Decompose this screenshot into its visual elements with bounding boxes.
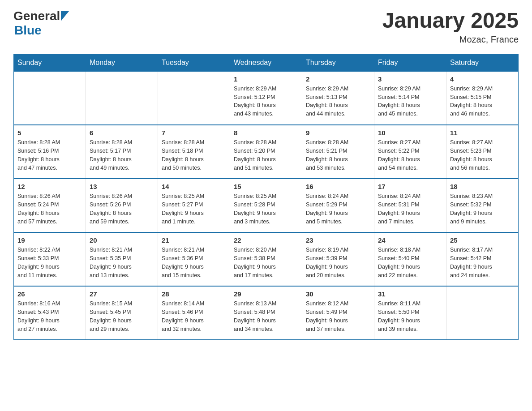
calendar-cell: 21Sunrise: 8:21 AMSunset: 5:36 PMDayligh… xyxy=(158,232,230,286)
calendar-cell: 8Sunrise: 8:28 AMSunset: 5:20 PMDaylight… xyxy=(230,125,302,179)
day-number: 16 xyxy=(306,183,370,190)
calendar-cell: 13Sunrise: 8:26 AMSunset: 5:26 PMDayligh… xyxy=(86,179,158,232)
day-number: 21 xyxy=(162,236,226,244)
day-number: 15 xyxy=(234,183,298,190)
logo-blue-text: Blue xyxy=(14,23,69,38)
day-number: 1 xyxy=(234,75,298,83)
day-info: Sunrise: 8:23 AMSunset: 5:32 PMDaylight:… xyxy=(450,192,515,226)
day-number: 13 xyxy=(90,183,154,190)
day-info: Sunrise: 8:21 AMSunset: 5:35 PMDaylight:… xyxy=(90,246,154,279)
calendar-header-tuesday: Tuesday xyxy=(158,54,230,71)
calendar-cell: 11Sunrise: 8:27 AMSunset: 5:23 PMDayligh… xyxy=(446,125,519,179)
calendar-cell: 31Sunrise: 8:11 AMSunset: 5:50 PMDayligh… xyxy=(374,286,446,340)
calendar-cell: 6Sunrise: 8:28 AMSunset: 5:17 PMDaylight… xyxy=(86,125,158,179)
day-info: Sunrise: 8:22 AMSunset: 5:33 PMDaylight:… xyxy=(17,246,82,279)
calendar-cell: 2Sunrise: 8:29 AMSunset: 5:13 PMDaylight… xyxy=(302,71,374,125)
calendar-cell: 16Sunrise: 8:24 AMSunset: 5:29 PMDayligh… xyxy=(302,179,374,232)
day-number: 2 xyxy=(306,75,370,83)
day-number: 28 xyxy=(162,290,226,298)
day-info: Sunrise: 8:13 AMSunset: 5:48 PMDaylight:… xyxy=(234,300,298,333)
day-info: Sunrise: 8:26 AMSunset: 5:24 PMDaylight:… xyxy=(17,192,82,226)
calendar-cell xyxy=(86,71,158,125)
day-number: 7 xyxy=(162,129,226,137)
calendar-header-row: SundayMondayTuesdayWednesdayThursdayFrid… xyxy=(14,54,519,71)
calendar-cell xyxy=(446,286,519,340)
logo-triangle-icon xyxy=(61,11,69,21)
day-info: Sunrise: 8:28 AMSunset: 5:18 PMDaylight:… xyxy=(162,138,226,172)
calendar-cell: 3Sunrise: 8:29 AMSunset: 5:14 PMDaylight… xyxy=(374,71,446,125)
day-info: Sunrise: 8:14 AMSunset: 5:46 PMDaylight:… xyxy=(162,300,226,333)
day-info: Sunrise: 8:18 AMSunset: 5:40 PMDaylight:… xyxy=(378,246,442,279)
day-number: 17 xyxy=(378,183,442,190)
day-number: 14 xyxy=(162,183,226,190)
calendar-cell: 4Sunrise: 8:29 AMSunset: 5:15 PMDaylight… xyxy=(446,71,519,125)
calendar-cell: 25Sunrise: 8:17 AMSunset: 5:42 PMDayligh… xyxy=(446,232,519,286)
day-info: Sunrise: 8:11 AMSunset: 5:50 PMDaylight:… xyxy=(378,300,442,333)
calendar-header-wednesday: Wednesday xyxy=(230,54,302,71)
day-info: Sunrise: 8:29 AMSunset: 5:13 PMDaylight:… xyxy=(306,85,370,118)
calendar-week-row: 26Sunrise: 8:16 AMSunset: 5:43 PMDayligh… xyxy=(14,286,519,340)
day-number: 4 xyxy=(450,75,515,83)
day-number: 10 xyxy=(378,129,442,137)
day-info: Sunrise: 8:27 AMSunset: 5:23 PMDaylight:… xyxy=(450,138,515,172)
calendar-cell: 5Sunrise: 8:28 AMSunset: 5:16 PMDaylight… xyxy=(14,125,86,179)
calendar-cell: 30Sunrise: 8:12 AMSunset: 5:49 PMDayligh… xyxy=(302,286,374,340)
calendar-week-row: 1Sunrise: 8:29 AMSunset: 5:12 PMDaylight… xyxy=(14,71,519,125)
day-number: 26 xyxy=(17,290,82,298)
day-number: 23 xyxy=(306,236,370,244)
day-info: Sunrise: 8:25 AMSunset: 5:28 PMDaylight:… xyxy=(234,192,298,226)
calendar-cell: 18Sunrise: 8:23 AMSunset: 5:32 PMDayligh… xyxy=(446,179,519,232)
day-number: 18 xyxy=(450,183,515,190)
day-info: Sunrise: 8:25 AMSunset: 5:27 PMDaylight:… xyxy=(162,192,226,226)
calendar-week-row: 19Sunrise: 8:22 AMSunset: 5:33 PMDayligh… xyxy=(14,232,519,286)
day-number: 3 xyxy=(378,75,442,83)
calendar-header-friday: Friday xyxy=(374,54,446,71)
day-info: Sunrise: 8:28 AMSunset: 5:21 PMDaylight:… xyxy=(306,138,370,172)
day-info: Sunrise: 8:12 AMSunset: 5:49 PMDaylight:… xyxy=(306,300,370,333)
calendar-cell: 29Sunrise: 8:13 AMSunset: 5:48 PMDayligh… xyxy=(230,286,302,340)
logo: General Blue xyxy=(13,9,69,38)
day-info: Sunrise: 8:27 AMSunset: 5:22 PMDaylight:… xyxy=(378,138,442,172)
calendar-title: January 2025 xyxy=(382,9,519,33)
day-info: Sunrise: 8:26 AMSunset: 5:26 PMDaylight:… xyxy=(90,192,154,226)
calendar-cell: 27Sunrise: 8:15 AMSunset: 5:45 PMDayligh… xyxy=(86,286,158,340)
day-number: 5 xyxy=(17,129,82,137)
calendar-cell: 9Sunrise: 8:28 AMSunset: 5:21 PMDaylight… xyxy=(302,125,374,179)
calendar-header-thursday: Thursday xyxy=(302,54,374,71)
day-number: 8 xyxy=(234,129,298,137)
calendar-subtitle: Mozac, France xyxy=(382,34,519,45)
day-number: 20 xyxy=(90,236,154,244)
calendar-week-row: 12Sunrise: 8:26 AMSunset: 5:24 PMDayligh… xyxy=(14,179,519,232)
calendar-cell xyxy=(158,71,230,125)
logo-general-text: General xyxy=(13,9,60,23)
day-number: 11 xyxy=(450,129,515,137)
day-info: Sunrise: 8:29 AMSunset: 5:15 PMDaylight:… xyxy=(450,85,515,118)
calendar-cell: 7Sunrise: 8:28 AMSunset: 5:18 PMDaylight… xyxy=(158,125,230,179)
calendar-cell: 23Sunrise: 8:19 AMSunset: 5:39 PMDayligh… xyxy=(302,232,374,286)
day-info: Sunrise: 8:24 AMSunset: 5:31 PMDaylight:… xyxy=(378,192,442,226)
day-info: Sunrise: 8:19 AMSunset: 5:39 PMDaylight:… xyxy=(306,246,370,279)
day-info: Sunrise: 8:28 AMSunset: 5:17 PMDaylight:… xyxy=(90,138,154,172)
calendar-cell: 26Sunrise: 8:16 AMSunset: 5:43 PMDayligh… xyxy=(14,286,86,340)
title-section: January 2025 Mozac, France xyxy=(382,9,519,45)
page-header: General Blue January 2025 Mozac, France xyxy=(13,9,519,45)
calendar-table: SundayMondayTuesdayWednesdayThursdayFrid… xyxy=(13,54,519,341)
calendar-cell: 17Sunrise: 8:24 AMSunset: 5:31 PMDayligh… xyxy=(374,179,446,232)
day-number: 31 xyxy=(378,290,442,298)
day-info: Sunrise: 8:20 AMSunset: 5:38 PMDaylight:… xyxy=(234,246,298,279)
day-number: 27 xyxy=(90,290,154,298)
calendar-cell: 15Sunrise: 8:25 AMSunset: 5:28 PMDayligh… xyxy=(230,179,302,232)
calendar-cell: 10Sunrise: 8:27 AMSunset: 5:22 PMDayligh… xyxy=(374,125,446,179)
calendar-header-saturday: Saturday xyxy=(446,54,519,71)
day-number: 19 xyxy=(17,236,82,244)
svg-marker-0 xyxy=(61,11,69,21)
calendar-week-row: 5Sunrise: 8:28 AMSunset: 5:16 PMDaylight… xyxy=(14,125,519,179)
day-info: Sunrise: 8:29 AMSunset: 5:14 PMDaylight:… xyxy=(378,85,442,118)
calendar-cell: 14Sunrise: 8:25 AMSunset: 5:27 PMDayligh… xyxy=(158,179,230,232)
day-info: Sunrise: 8:15 AMSunset: 5:45 PMDaylight:… xyxy=(90,300,154,333)
day-info: Sunrise: 8:28 AMSunset: 5:20 PMDaylight:… xyxy=(234,138,298,172)
calendar-cell: 20Sunrise: 8:21 AMSunset: 5:35 PMDayligh… xyxy=(86,232,158,286)
day-info: Sunrise: 8:21 AMSunset: 5:36 PMDaylight:… xyxy=(162,246,226,279)
calendar-header-monday: Monday xyxy=(86,54,158,71)
day-number: 22 xyxy=(234,236,298,244)
